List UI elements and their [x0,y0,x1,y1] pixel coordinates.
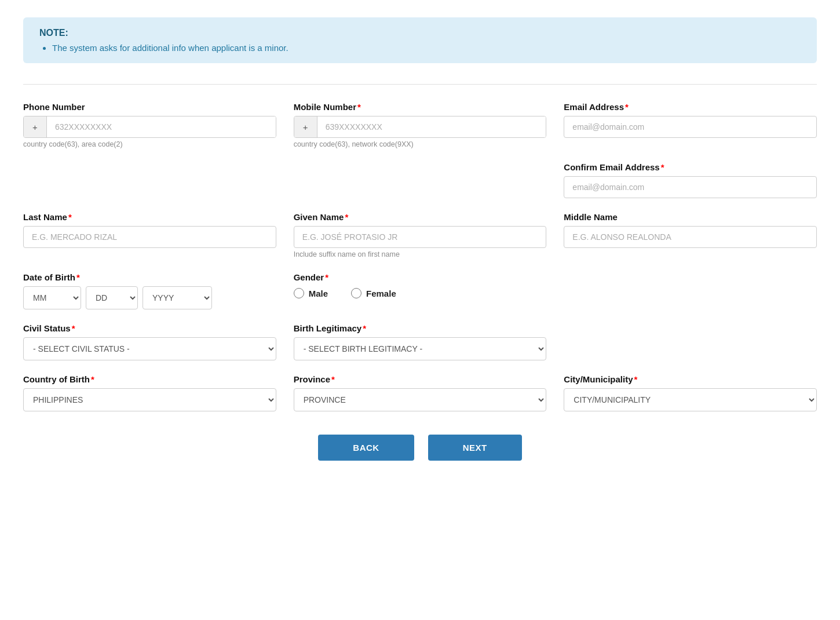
email-required-star: * [625,102,629,112]
country-required-star: * [91,374,94,384]
confirm-email-required-star: * [661,162,664,172]
confirm-email-row: Confirm Email Address* [23,162,817,198]
email-address-label: Email Address* [564,102,817,112]
email-address-col: Email Address* [564,102,817,138]
dob-gender-row: Date of Birth* MM DD YYYY Gender* [23,272,817,309]
gender-required-star: * [325,272,328,282]
dob-label: Date of Birth* [23,272,276,282]
dob-selects: MM DD YYYY [23,286,276,309]
mobile-number-hint: country code(63), network code(9XX) [294,140,547,148]
middle-name-col: Middle Name [564,212,817,248]
phone-number-input[interactable] [47,116,276,137]
province-label: Province* [294,374,547,384]
civil-status-label: Civil Status* [23,323,276,333]
gender-male-label: Male [309,289,328,298]
last-name-col: Last Name* [23,212,276,248]
city-required-star: * [634,374,638,384]
dob-day-select[interactable]: DD [86,286,138,309]
dob-month-select[interactable]: MM [23,286,81,309]
phone-number-hint: country code(63), area code(2) [23,140,276,148]
province-required-star: * [331,374,335,384]
phone-number-col: Phone Number + country code(63), area co… [23,102,276,148]
contact-row: Phone Number + country code(63), area co… [23,102,817,148]
form-section: Phone Number + country code(63), area co… [23,102,817,411]
name-row: Last Name* Given Name* Include suffix na… [23,212,817,258]
dob-required-star: * [76,272,80,282]
given-name-required-star: * [345,212,348,222]
gender-male-radio[interactable] [294,288,304,298]
birth-legitimacy-select[interactable]: - SELECT BIRTH LEGITIMACY - Legitimate I… [294,337,547,360]
email-address-input[interactable] [564,116,817,138]
phone-plus-sign: + [24,116,47,137]
phone-input-group: + [23,116,276,138]
given-name-input[interactable] [294,226,547,248]
gender-options: Male Female [294,288,547,298]
birth-legitimacy-label: Birth Legitimacy* [294,323,547,333]
phone-number-label: Phone Number [23,102,276,112]
note-box: NOTE: The system asks for additional inf… [23,17,817,63]
province-select[interactable]: PROVINCE [294,388,547,411]
note-list: The system asks for additional info when… [39,43,801,53]
province-col: Province* PROVINCE [294,374,547,411]
gender-col: Gender* Male Female [294,272,547,298]
birth-legitimacy-required-star: * [363,323,366,333]
city-municipality-select[interactable]: CITY/MUNICIPALITY [564,388,817,411]
confirm-email-col: Confirm Email Address* [564,162,817,198]
gender-label: Gender* [294,272,547,282]
gender-female-option[interactable]: Female [351,288,396,298]
last-name-required-star: * [68,212,72,222]
given-name-col: Given Name* Include suffix name on first… [294,212,547,258]
city-municipality-label: City/Municipality* [564,374,817,384]
gender-female-radio[interactable] [351,288,361,298]
country-birth-label: Country of Birth* [23,374,276,384]
dob-year-select[interactable]: YYYY [143,286,212,309]
section-divider [23,84,817,85]
note-item: The system asks for additional info when… [52,43,801,53]
confirm-email-input[interactable] [564,176,817,198]
location-row: Country of Birth* PHILIPPINES Province* … [23,374,817,411]
last-name-input[interactable] [23,226,276,248]
birth-legitimacy-col: Birth Legitimacy* - SELECT BIRTH LEGITIM… [294,323,547,360]
mobile-number-col: Mobile Number* + country code(63), netwo… [294,102,547,148]
mobile-input-group: + [294,116,547,138]
last-name-label: Last Name* [23,212,276,222]
civil-status-col: Civil Status* - SELECT CIVIL STATUS - Si… [23,323,276,360]
country-birth-select[interactable]: PHILIPPINES [23,388,276,411]
dob-col: Date of Birth* MM DD YYYY [23,272,276,309]
next-button[interactable]: NEXT [428,435,522,461]
given-name-hint: Include suffix name on first name [294,250,547,258]
mobile-plus-sign: + [294,116,317,137]
civil-required-star: * [72,323,75,333]
civil-birth-row: Civil Status* - SELECT CIVIL STATUS - Si… [23,323,817,360]
button-row: BACK NEXT [23,435,817,461]
civil-status-select[interactable]: - SELECT CIVIL STATUS - Single Married W… [23,337,276,360]
note-title: NOTE: [39,28,801,38]
back-button[interactable]: BACK [318,435,414,461]
mobile-number-input[interactable] [317,116,546,137]
mobile-number-label: Mobile Number* [294,102,547,112]
confirm-email-label: Confirm Email Address* [564,162,817,172]
country-birth-col: Country of Birth* PHILIPPINES [23,374,276,411]
gender-male-option[interactable]: Male [294,288,328,298]
mobile-required-star: * [357,102,361,112]
gender-female-label: Female [366,289,396,298]
middle-name-input[interactable] [564,226,817,248]
middle-name-label: Middle Name [564,212,817,222]
city-municipality-col: City/Municipality* CITY/MUNICIPALITY [564,374,817,411]
given-name-label: Given Name* [294,212,547,222]
